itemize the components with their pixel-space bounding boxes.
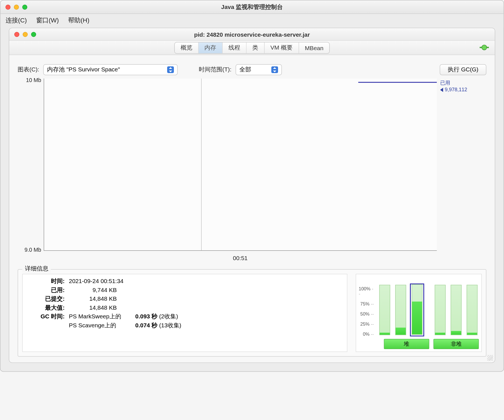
details-table: 时间: 2021-09-24 00:51:34 已用: 9,744 KB 已提交… — [22, 274, 347, 352]
gc-collector: PS Scavenge上的 — [66, 321, 134, 330]
bars-y-tick: 100% — [359, 286, 374, 296]
chevron-updown-icon — [167, 66, 174, 73]
y-tick: 10 Mb — [26, 77, 41, 83]
tab-threads[interactable]: 线程 — [223, 42, 247, 53]
menu-help[interactable]: 帮助(H) — [68, 17, 89, 25]
tab-memory[interactable]: 内存 — [199, 42, 223, 53]
chart-select-value: 内存池 "PS Survivor Space" — [47, 66, 120, 74]
heap-bar[interactable] — [378, 284, 391, 337]
menu-connection[interactable]: 连接(C) — [6, 17, 27, 25]
detail-label-max: 最大值: — [27, 303, 65, 312]
menubar: 连接(C) 窗口(W) 帮助(H) — [1, 14, 504, 28]
chart-y-axis: 10 Mb 9.0 Mb — [18, 79, 44, 259]
gc-time: 0.074 秒 — [135, 322, 157, 328]
heap-bar-selected[interactable] — [410, 284, 424, 337]
tab-overview[interactable]: 概览 — [175, 42, 199, 53]
maximize-icon[interactable] — [31, 32, 36, 37]
nonheap-bar[interactable] — [465, 284, 479, 337]
y-tick: 9.0 Mb — [24, 247, 41, 253]
details-title: 详细信息 — [22, 265, 51, 273]
detail-label-committed: 已提交: — [27, 295, 65, 304]
legend-series-value: 9,978,112 — [445, 87, 467, 92]
bars-y-tick: 75% — [360, 301, 374, 306]
inner-titlebar[interactable]: pid: 24820 microservice-eureka-server.ja… — [9, 28, 495, 41]
resize-grip-icon[interactable] — [487, 355, 493, 361]
heap-button[interactable]: 堆 — [384, 339, 429, 349]
close-icon[interactable] — [14, 32, 19, 37]
gc-time: 0.093 秒 — [135, 313, 157, 320]
timerange-select-value: 全部 — [239, 66, 251, 74]
details-group: 详细信息 时间: 2021-09-24 00:51:34 已用: 9,744 K… — [18, 269, 486, 357]
outer-title: Java 监视和管理控制台 — [1, 3, 504, 11]
gc-collector: PS MarkSweep上的 — [66, 312, 134, 321]
minimize-icon[interactable] — [23, 32, 28, 37]
perform-gc-button[interactable]: 执行 GC(G) — [440, 64, 486, 75]
detail-label-time: 时间: — [27, 277, 65, 286]
tab-strip: 概览 内存 线程 类 VM 概要 MBean — [9, 41, 495, 55]
timerange-label: 时间范围(T): — [199, 66, 232, 74]
tab-classes[interactable]: 类 — [246, 42, 265, 53]
detail-value-committed: 14,848 KB — [66, 295, 134, 304]
bars-y-tick: 0% — [363, 332, 374, 337]
nonheap-button[interactable]: 非堆 — [433, 339, 479, 349]
detail-value-max: 14,848 KB — [66, 303, 134, 312]
bars-y-axis: 100% 75% 50% 25% 0% — [359, 286, 375, 337]
chart-select[interactable]: 内存池 "PS Survivor Space" — [43, 64, 178, 75]
connection-status-icon — [480, 44, 489, 51]
chart-label: 图表(C): — [18, 66, 39, 74]
bars-y-tick: 50% — [360, 311, 374, 316]
timerange-select[interactable]: 全部 — [236, 64, 282, 75]
memory-chart: 10 Mb 9.0 Mb 00:51 已用 9,978,112 — [18, 79, 486, 263]
tab-vm-summary[interactable]: VM 概要 — [265, 42, 299, 53]
chart-series-line — [358, 82, 437, 83]
legend-series-name: 已用 — [440, 80, 486, 87]
detail-label-used: 已用: — [27, 286, 65, 295]
chart-plot-area[interactable] — [44, 79, 437, 251]
svg-point-1 — [482, 45, 487, 50]
chevron-updown-icon — [271, 66, 278, 73]
gc-count: (13收集) — [159, 322, 181, 328]
maximize-icon[interactable] — [22, 4, 27, 10]
gc-count: (2收集) — [159, 313, 178, 320]
outer-titlebar[interactable]: Java 监视和管理控制台 — [1, 1, 504, 14]
nonheap-bar[interactable] — [433, 284, 447, 337]
chart-gridline — [201, 79, 202, 251]
x-tick: 00:51 — [233, 255, 248, 261]
close-icon[interactable] — [6, 4, 11, 10]
minimize-icon[interactable] — [14, 4, 19, 10]
triangle-left-icon — [440, 88, 443, 92]
nonheap-bar[interactable] — [449, 284, 463, 337]
detail-value-used: 9,744 KB — [66, 286, 134, 295]
inner-title: pid: 24820 microservice-eureka-server.ja… — [9, 31, 495, 38]
bars-y-tick: 25% — [360, 321, 374, 326]
tab-mbean[interactable]: MBean — [299, 42, 330, 53]
memory-pools-panel: 100% 75% 50% 25% 0% — [356, 274, 482, 352]
inner-window: pid: 24820 microservice-eureka-server.ja… — [9, 28, 495, 363]
chart-x-axis: 00:51 — [44, 253, 437, 263]
chart-legend: 已用 9,978,112 — [437, 79, 486, 263]
controls-row: 图表(C): 内存池 "PS Survivor Space" 时间范围(T): … — [18, 64, 486, 75]
heap-bar[interactable] — [394, 284, 407, 337]
outer-window: Java 监视和管理控制台 连接(C) 窗口(W) 帮助(H) pid: 248… — [0, 0, 504, 372]
detail-value-time: 2021-09-24 00:51:34 — [66, 277, 134, 286]
menu-window[interactable]: 窗口(W) — [36, 17, 59, 25]
detail-label-gc: GC 时间: — [27, 312, 65, 321]
